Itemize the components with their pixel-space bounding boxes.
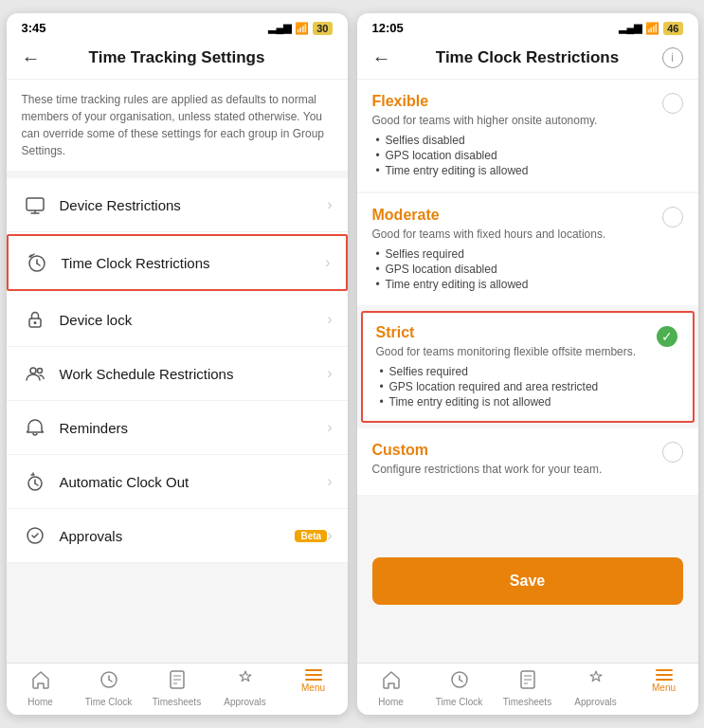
left-phone: 3:45 ▂▄▆ 📶 30 ← Time Tracking Settings T…: [7, 13, 348, 715]
left-status-icons: ▂▄▆ 📶 30: [268, 22, 332, 35]
time-clock-restrictions-label: Time Clock Restrictions: [62, 255, 326, 271]
reminders-icon: [22, 414, 48, 441]
left-header-title: Time Tracking Settings: [89, 48, 265, 67]
strict-bullet-3: Time entry editing is not allowed: [376, 394, 645, 410]
restriction-option-custom[interactable]: Custom Configure restrictions that work …: [357, 428, 698, 495]
work-schedule-label: Work Schedule Restrictions: [60, 366, 328, 382]
moderate-radio[interactable]: [662, 207, 683, 228]
device-restrictions-label: Device Restrictions: [60, 197, 328, 213]
strict-bullet-1: Selfies required: [376, 364, 645, 379]
right-battery-badge: 46: [663, 22, 682, 35]
restriction-option-moderate[interactable]: Moderate Good for teams with fixed hours…: [357, 193, 698, 305]
strict-bullets: Selfies required GPS location required a…: [376, 364, 645, 410]
custom-desc: Configure restrictions that work for you…: [372, 463, 651, 476]
svg-point-10: [30, 368, 36, 373]
signal-icon: ▂▄▆: [268, 22, 291, 34]
right-nav-timesheets-icon: [517, 669, 538, 695]
nav-time-clock[interactable]: Time Clock: [75, 669, 143, 707]
auto-clock-out-label: Automatic Clock Out: [60, 474, 328, 490]
nav-menu[interactable]: Menu: [280, 669, 348, 707]
settings-item-reminders[interactable]: Reminders ›: [7, 401, 348, 455]
flexible-title: Flexible: [372, 93, 651, 110]
save-button[interactable]: Save: [372, 557, 683, 605]
left-status-time: 3:45: [22, 21, 46, 35]
nav-approvals-icon: [235, 669, 256, 695]
battery-badge: 30: [313, 22, 332, 35]
left-back-button[interactable]: ←: [22, 47, 41, 69]
right-info-icon[interactable]: i: [662, 47, 683, 68]
info-box: These time tracking rules are applied as…: [7, 80, 348, 171]
right-nav-timesheets[interactable]: Timesheets: [494, 669, 562, 707]
approvals-beta-badge: Beta: [295, 530, 327, 542]
settings-item-device-lock[interactable]: Device lock ›: [7, 293, 348, 347]
settings-item-auto-clock-out[interactable]: Automatic Clock Out ›: [7, 455, 348, 509]
svg-line-14: [35, 483, 38, 485]
svg-line-18: [109, 680, 112, 682]
left-header: ← Time Tracking Settings: [7, 39, 348, 80]
strict-radio[interactable]: ✓: [657, 326, 677, 347]
moderate-bullets: Selfies required GPS location disabled T…: [372, 246, 651, 292]
restriction-option-flexible[interactable]: Flexible Good for teams with higher onsi…: [357, 80, 698, 191]
settings-section: Device Restrictions › Time Clock Restric…: [7, 178, 348, 563]
moderate-bullet-2: GPS location disabled: [372, 262, 651, 277]
right-nav-approvals-icon: [586, 669, 606, 695]
device-lock-chevron: ›: [327, 311, 332, 328]
flexible-desc: Good for teams with higher onsite autono…: [372, 114, 651, 127]
right-nav-menu-icon: [656, 669, 673, 681]
custom-radio[interactable]: [662, 442, 683, 463]
right-bottom-nav: Home Time Clock Timesheets Approvals: [357, 663, 698, 715]
strict-title: Strict: [376, 324, 645, 341]
auto-clock-out-chevron: ›: [327, 473, 332, 490]
moderate-title: Moderate: [372, 207, 651, 224]
right-home-icon: [381, 669, 402, 695]
right-nav-home[interactable]: Home: [357, 669, 425, 707]
settings-item-device-restrictions[interactable]: Device Restrictions ›: [7, 178, 348, 232]
right-nav-approvals[interactable]: Approvals: [562, 669, 630, 707]
right-nav-menu-label: Menu: [652, 682, 676, 693]
device-lock-icon: [22, 306, 48, 333]
right-nav-menu[interactable]: Menu: [630, 669, 698, 707]
custom-title: Custom: [372, 442, 651, 459]
nav-timesheets-label: Timesheets: [153, 697, 201, 707]
right-nav-home-label: Home: [378, 697, 404, 707]
info-text: These time tracking rules are applied as…: [22, 93, 325, 157]
settings-item-approvals[interactable]: Approvals Beta ›: [7, 509, 348, 563]
flexible-bullet-3: Time entry editing is allowed: [372, 163, 651, 178]
left-bottom-nav: Home Time Clock Timesheets Approvals: [7, 663, 348, 715]
right-signal-icon: ▂▄▆: [619, 22, 641, 34]
svg-point-9: [33, 321, 36, 324]
right-nav-timesheets-label: Timesheets: [503, 697, 551, 707]
nav-time-clock-icon: [99, 669, 119, 695]
nav-menu-label: Menu: [301, 682, 325, 693]
flexible-radio[interactable]: [662, 93, 683, 114]
screens-container: 3:45 ▂▄▆ 📶 30 ← Time Tracking Settings T…: [0, 4, 704, 724]
left-content: These time tracking rules are applied as…: [7, 80, 348, 663]
spacer: [357, 497, 698, 535]
nav-approvals[interactable]: Approvals: [211, 669, 280, 707]
right-nav-time-clock[interactable]: Time Clock: [425, 669, 494, 707]
flexible-bullet-1: Selfies disabled: [372, 133, 651, 148]
moderate-bullet-1: Selfies required: [372, 246, 651, 262]
settings-item-work-schedule[interactable]: Work Schedule Restrictions ›: [7, 347, 348, 401]
svg-point-11: [37, 369, 42, 373]
right-content: Flexible Good for teams with higher onsi…: [357, 80, 698, 663]
right-phone: 12:05 ▂▄▆ 📶 46 ← Time Clock Restrictions…: [357, 13, 698, 715]
right-back-button[interactable]: ←: [372, 47, 391, 69]
work-schedule-chevron: ›: [327, 365, 332, 382]
nav-home-label: Home: [27, 697, 53, 707]
time-clock-restrictions-chevron: ›: [325, 254, 330, 271]
nav-home[interactable]: Home: [7, 669, 75, 707]
auto-clock-out-icon: [22, 468, 48, 495]
right-status-icons: ▂▄▆ 📶 46: [619, 22, 682, 35]
right-header: ← Time Clock Restrictions i: [357, 39, 698, 80]
restriction-option-strict[interactable]: Strict Good for teams monitoring flexibl…: [361, 311, 695, 423]
flexible-bullets: Selfies disabled GPS location disabled T…: [372, 133, 651, 178]
nav-timesheets-icon: [167, 669, 188, 695]
moderate-bullet-3: Time entry editing is allowed: [372, 277, 651, 292]
work-schedule-icon: [22, 360, 48, 387]
nav-approvals-label: Approvals: [224, 697, 265, 707]
nav-timesheets[interactable]: Timesheets: [143, 669, 211, 707]
right-status-time: 12:05: [372, 21, 404, 35]
settings-item-time-clock-restrictions[interactable]: Time Clock Restrictions ›: [7, 234, 348, 291]
moderate-desc: Good for teams with fixed hours and loca…: [372, 228, 651, 241]
